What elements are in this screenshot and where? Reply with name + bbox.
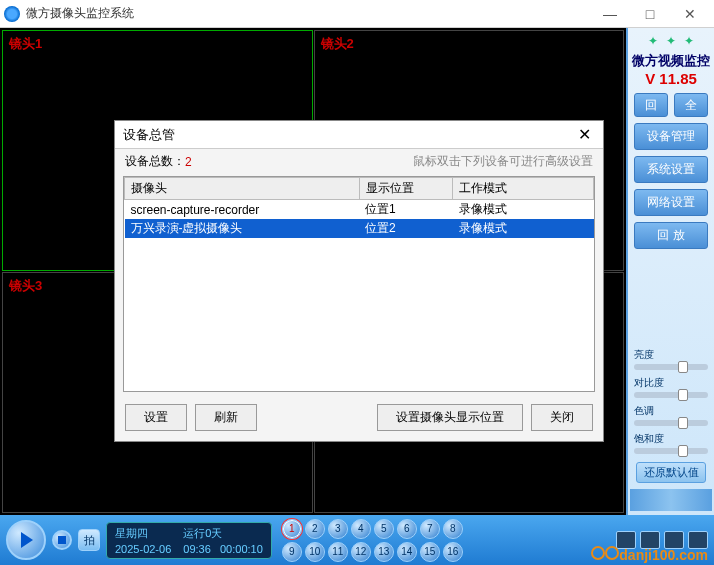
table-row[interactable]: screen-capture-recorder 位置1 录像模式 — [125, 200, 594, 220]
cell-cam: screen-capture-recorder — [125, 200, 360, 220]
channel-10-button[interactable]: 10 — [305, 542, 325, 562]
play-icon — [21, 532, 33, 548]
col-camera[interactable]: 摄像头 — [125, 178, 360, 200]
channel-7-button[interactable]: 7 — [420, 519, 440, 539]
camera-label-2: 镜头2 — [321, 35, 354, 53]
device-count-label: 设备总数： — [125, 153, 185, 170]
network-settings-button[interactable]: 网络设置 — [634, 189, 708, 216]
brand-label: 微方视频监控 — [632, 52, 710, 70]
watermark: danji100.com — [591, 546, 708, 563]
device-manage-button[interactable]: 设备管理 — [634, 123, 708, 150]
device-dialog: 设备总管 ✕ 设备总数： 2 鼠标双击下列设备可进行高级设置 摄像头 显示位置 … — [114, 120, 604, 442]
brightness-label: 亮度 — [634, 348, 708, 362]
channel-3-button[interactable]: 3 — [328, 519, 348, 539]
saturation-slider[interactable] — [634, 448, 708, 454]
dialog-title: 设备总管 — [123, 126, 175, 144]
channel-12-button[interactable]: 12 — [351, 542, 371, 562]
status-time1: 09:36 — [183, 543, 211, 555]
stop-button[interactable] — [52, 530, 72, 550]
saturation-label: 饱和度 — [634, 432, 708, 446]
cell-mode: 录像模式 — [453, 200, 594, 220]
dialog-hint: 鼠标双击下列设备可进行高级设置 — [413, 153, 593, 170]
app-icon — [4, 6, 20, 22]
cell-pos: 位置2 — [359, 219, 453, 238]
camera-label-3: 镜头3 — [9, 277, 42, 295]
channel-14-button[interactable]: 14 — [397, 542, 417, 562]
slider-panel: 亮度 对比度 色调 饱和度 — [630, 344, 712, 460]
record-toggle-button[interactable]: 回 — [634, 93, 668, 117]
dialog-titlebar[interactable]: 设备总管 ✕ — [115, 121, 603, 149]
channel-5-button[interactable]: 5 — [374, 519, 394, 539]
status-time2: 00:00:10 — [220, 543, 263, 555]
channel-8-button[interactable]: 8 — [443, 519, 463, 539]
close-button[interactable]: ✕ — [670, 1, 710, 27]
snapshot-button[interactable]: 拍 — [78, 529, 100, 551]
stop-icon — [58, 536, 66, 544]
system-settings-button[interactable]: 系统设置 — [634, 156, 708, 183]
brightness-slider[interactable] — [634, 364, 708, 370]
channel-13-button[interactable]: 13 — [374, 542, 394, 562]
maximize-button[interactable]: □ — [630, 1, 670, 27]
sidebar: ✦✦✦ 微方视频监控 V 11.85 回 全 设备管理 系统设置 网络设置 回 … — [626, 28, 714, 515]
channel-15-button[interactable]: 15 — [420, 542, 440, 562]
channel-6-button[interactable]: 6 — [397, 519, 417, 539]
cell-mode: 录像模式 — [453, 219, 594, 238]
contrast-label: 对比度 — [634, 376, 708, 390]
camera-label-1: 镜头1 — [9, 35, 42, 53]
channel-9-button[interactable]: 9 — [282, 542, 302, 562]
hue-slider[interactable] — [634, 420, 708, 426]
settings-button[interactable]: 设置 — [125, 404, 187, 431]
table-row[interactable]: 万兴录演-虚拟摄像头 位置2 录像模式 — [125, 219, 594, 238]
set-position-button[interactable]: 设置摄像头显示位置 — [377, 404, 523, 431]
status-day: 星期四 — [115, 526, 171, 541]
version-label: V 11.85 — [645, 70, 697, 87]
device-table-wrap: 摄像头 显示位置 工作模式 screen-capture-recorder 位置… — [123, 176, 595, 392]
dialog-close-button-2[interactable]: 关闭 — [531, 404, 593, 431]
channel-grid: 1 2 3 4 5 6 7 8 9 10 11 12 13 14 15 16 — [282, 519, 482, 562]
col-mode[interactable]: 工作模式 — [453, 178, 594, 200]
channel-4-button[interactable]: 4 — [351, 519, 371, 539]
titlebar: 微方摄像头监控系统 ― □ ✕ — [0, 0, 714, 28]
col-position[interactable]: 显示位置 — [359, 178, 453, 200]
reset-defaults-button[interactable]: 还原默认值 — [636, 462, 706, 483]
dialog-close-button[interactable]: ✕ — [574, 125, 595, 144]
bottom-bar: 拍 星期四 运行0天 2025-02-06 09:36 00:00:10 1 2… — [0, 515, 714, 565]
sidebar-bottom-deco — [630, 489, 712, 511]
device-table: 摄像头 显示位置 工作模式 screen-capture-recorder 位置… — [124, 177, 594, 238]
sidebar-deco-icon: ✦✦✦ — [630, 32, 712, 50]
contrast-slider[interactable] — [634, 392, 708, 398]
minimize-button[interactable]: ― — [590, 1, 630, 27]
status-runtime: 运行0天 — [183, 526, 263, 541]
channel-2-button[interactable]: 2 — [305, 519, 325, 539]
hue-label: 色调 — [634, 404, 708, 418]
fullscreen-button[interactable]: 全 — [674, 93, 708, 117]
app-title: 微方摄像头监控系统 — [26, 5, 590, 22]
status-box: 星期四 运行0天 2025-02-06 09:36 00:00:10 — [106, 522, 272, 559]
channel-1-button[interactable]: 1 — [282, 519, 302, 539]
cell-cam: 万兴录演-虚拟摄像头 — [125, 219, 360, 238]
status-date: 2025-02-06 — [115, 543, 171, 555]
play-button[interactable] — [6, 520, 46, 560]
playback-button[interactable]: 回 放 — [634, 222, 708, 249]
refresh-button[interactable]: 刷新 — [195, 404, 257, 431]
channel-11-button[interactable]: 11 — [328, 542, 348, 562]
cell-pos: 位置1 — [359, 200, 453, 220]
channel-16-button[interactable]: 16 — [443, 542, 463, 562]
device-count-value: 2 — [185, 155, 192, 169]
dialog-button-row: 设置 刷新 设置摄像头显示位置 关闭 — [115, 394, 603, 441]
